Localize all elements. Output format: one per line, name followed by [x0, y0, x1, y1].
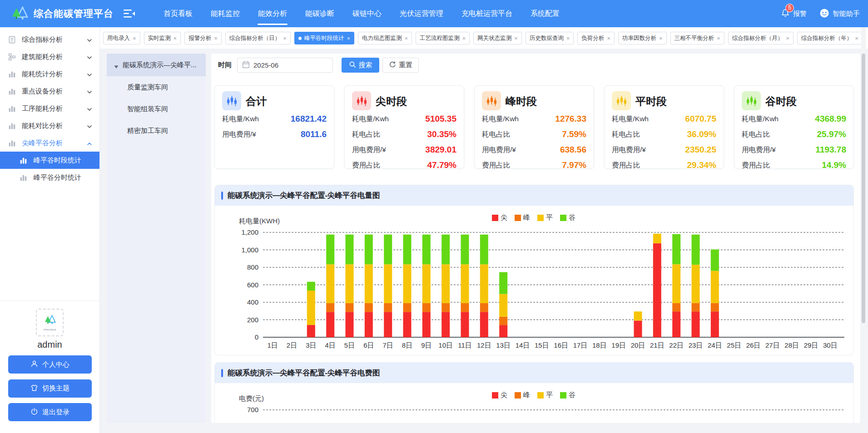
- chevron-up-icon: [87, 140, 92, 146]
- close-icon[interactable]: ×: [717, 35, 720, 42]
- close-icon[interactable]: ×: [659, 35, 663, 42]
- tab-峰平谷时段统计[interactable]: 峰平谷时段统计×: [294, 32, 354, 44]
- sidebar-item-能耗对比分析[interactable]: 能耗对比分析: [0, 117, 99, 134]
- close-icon[interactable]: ×: [214, 35, 218, 42]
- user-icon: [30, 360, 38, 369]
- tab-报警分析[interactable]: 报警分析×: [184, 32, 222, 44]
- tree-node-质量监测车间[interactable]: 质量监测车间: [107, 76, 206, 98]
- sidebar-item-综合指标分析[interactable]: 综合指标分析: [0, 31, 99, 48]
- stat-row: 用电费用/¥3829.01: [352, 142, 456, 157]
- stat-label: 耗电占比: [482, 130, 510, 139]
- tab-label: 报警分析: [188, 34, 211, 42]
- time-filter-input[interactable]: 2025-06: [237, 58, 333, 73]
- nav-item-首页看板[interactable]: 首页看板: [164, 0, 193, 27]
- sidebar-item-重点设备分析[interactable]: 重点设备分析: [0, 83, 99, 100]
- close-icon[interactable]: ×: [133, 35, 136, 42]
- close-icon[interactable]: ×: [404, 35, 408, 42]
- search-button[interactable]: 搜索: [342, 58, 379, 73]
- tab-实时监测[interactable]: 实时监测×: [144, 32, 181, 44]
- nav-item-能耗监控[interactable]: 能耗监控: [211, 0, 240, 27]
- tab-网关状态监测[interactable]: 网关状态监测×: [473, 32, 522, 44]
- close-icon[interactable]: ×: [347, 35, 350, 42]
- stat-value: 5105.35: [425, 114, 456, 124]
- sidebar-subitem-label: 峰平谷时段统计: [34, 156, 81, 165]
- stat-card-rows: 耗电量/Kwh1276.33耗电占比7.59%用电费用/¥638.56费用占比7…: [482, 111, 586, 173]
- bar-chart-icon: [8, 139, 16, 147]
- scrollbar-thumb[interactable]: [862, 54, 865, 323]
- tab-工艺流程图监测[interactable]: 工艺流程图监测×: [416, 32, 470, 44]
- tab-负荷分析[interactable]: 负荷分析×: [577, 32, 615, 44]
- avatar-logo-icon: [44, 314, 56, 328]
- stat-value: 16821.42: [291, 114, 327, 124]
- profile-button[interactable]: 个人中心: [8, 355, 92, 374]
- sidebar-subitem-峰平谷分时统计[interactable]: 峰平谷分时统计: [0, 169, 99, 186]
- bar-chart-icon: [8, 88, 16, 95]
- tab-综合指标分析（年）[interactable]: 综合指标分析（年）×: [797, 32, 862, 44]
- avatar[interactable]: zhitoncloud: [36, 309, 64, 336]
- switch-theme-button[interactable]: 切换主题: [8, 379, 92, 398]
- svg-text:600: 600: [247, 281, 258, 289]
- nav-item-系统配置[interactable]: 系统配置: [531, 0, 560, 27]
- sidebar-item-label: 能耗对比分析: [22, 122, 87, 130]
- logout-button[interactable]: 退出登录: [8, 403, 92, 421]
- tab-综合指标分析（月）[interactable]: 综合指标分析（月）×: [728, 32, 794, 44]
- stat-row: 耗电量/Kwh1276.33: [482, 111, 586, 127]
- close-icon[interactable]: ×: [786, 35, 789, 42]
- tree-node-root[interactable]: 能碳系统演示—尖峰平...: [107, 54, 206, 76]
- energy-stacked-bar-chart: 02004006008001,0001,2001日2日3日4日5日6日7日8日9…: [215, 207, 854, 359]
- action-label: 切换主题: [42, 384, 69, 393]
- nav-item-碳链中心[interactable]: 碳链中心: [352, 0, 382, 27]
- close-icon[interactable]: ×: [174, 35, 177, 42]
- svg-text:17日: 17日: [573, 341, 588, 349]
- close-icon[interactable]: ×: [283, 35, 287, 42]
- tab-三相不平衡分析[interactable]: 三相不平衡分析×: [670, 32, 724, 44]
- tab-综合指标分析（日）[interactable]: 综合指标分析（日）×: [225, 32, 291, 44]
- stat-row: 耗电量/Kwh16821.42: [222, 111, 327, 127]
- stat-label: 用电费用/¥: [352, 145, 386, 155]
- energy-chart-panel: 能碳系统演示—尖峰平谷配置-尖峰平谷电量图 耗电量(KWH) 尖峰平谷 0200…: [214, 185, 854, 355]
- stat-row: 用电费用/¥8011.6: [222, 127, 327, 142]
- nav-item-充电桩运营平台[interactable]: 充电桩运营平台: [461, 0, 512, 27]
- candlestick-icon: [612, 91, 631, 110]
- close-icon[interactable]: ×: [462, 35, 466, 42]
- candlestick-icon: [352, 91, 371, 110]
- reset-button[interactable]: 重置: [382, 58, 419, 73]
- tab-用电录入[interactable]: 用电录入×: [103, 32, 140, 44]
- tab-功率因数分析[interactable]: 功率因数分析×: [618, 32, 667, 44]
- nav-item-光伏运营管理[interactable]: 光伏运营管理: [400, 0, 443, 27]
- energy-chart-title: 能碳系统演示—尖峰平谷配置-尖峰平谷电量图: [228, 191, 380, 201]
- nav-item-能效分析[interactable]: 能效分析: [258, 0, 287, 27]
- svg-text:800: 800: [247, 263, 258, 271]
- stat-label: 费用占比: [352, 161, 380, 170]
- sidebar-item-能耗统计分析[interactable]: 能耗统计分析: [0, 65, 99, 83]
- svg-text:29日: 29日: [804, 341, 818, 349]
- stat-label: 耗电占比: [352, 130, 380, 139]
- search-button-label: 搜索: [359, 61, 372, 69]
- chevron-down-icon: [87, 123, 92, 128]
- stat-label: 耗电量/Kwh: [742, 114, 779, 124]
- stat-value: 8011.6: [301, 129, 327, 139]
- nav-item-能碳诊断[interactable]: 能碳诊断: [305, 0, 334, 27]
- assistant-button[interactable]: 智能助手: [819, 8, 860, 20]
- menu-fold-icon[interactable]: [124, 10, 135, 18]
- sidebar-item-建筑能耗分析[interactable]: 建筑能耗分析: [0, 48, 99, 65]
- stat-value: 638.56: [560, 145, 586, 155]
- tab-电力组态图监测[interactable]: 电力组态图监测×: [358, 32, 412, 44]
- svg-text:6日: 6日: [363, 341, 374, 349]
- stat-card-尖时段: 尖时段耗电量/Kwh5105.35耗电占比30.35%用电费用/¥3829.01…: [344, 85, 464, 169]
- svg-text:11日: 11日: [458, 341, 472, 349]
- sidebar-item-工序能耗分析[interactable]: 工序能耗分析: [0, 100, 99, 117]
- close-icon[interactable]: ×: [514, 35, 518, 42]
- close-icon[interactable]: ×: [607, 35, 610, 42]
- sidebar-subitem-峰平谷时段统计[interactable]: 峰平谷时段统计: [0, 152, 99, 169]
- alarm-button[interactable]: 5 报警: [781, 9, 807, 19]
- close-icon[interactable]: ×: [566, 35, 570, 42]
- sidebar-item-尖峰平谷分析[interactable]: 尖峰平谷分析: [0, 134, 99, 152]
- stat-row: 耗电占比36.09%: [612, 127, 716, 142]
- close-icon[interactable]: ×: [855, 35, 858, 42]
- tab-历史数据查询[interactable]: 历史数据查询×: [526, 32, 574, 44]
- stat-label: 耗电量/Kwh: [612, 114, 649, 124]
- tree-node-智能组装车间[interactable]: 智能组装车间: [107, 98, 206, 120]
- svg-text:12日: 12日: [477, 341, 491, 349]
- tree-node-精密加工车间[interactable]: 精密加工车间: [107, 120, 206, 142]
